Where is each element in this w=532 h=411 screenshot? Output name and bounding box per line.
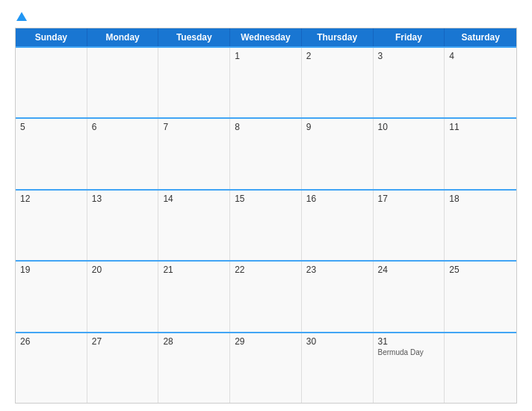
cal-cell: 11 [445, 119, 516, 188]
day-header-friday: Friday [374, 28, 445, 46]
day-number: 26 [20, 336, 82, 347]
day-header-tuesday: Tuesday [158, 28, 230, 46]
day-number: 16 [306, 194, 368, 204]
cal-cell: 22 [230, 262, 302, 331]
cal-cell: 16 [302, 191, 374, 260]
day-number: 2 [306, 51, 368, 61]
cal-cell: 19 [16, 262, 87, 331]
cal-cell: 4 [445, 48, 516, 117]
day-number: 25 [449, 265, 512, 275]
cal-cell: 6 [87, 119, 159, 188]
calendar-header-row: SundayMondayTuesdayWednesdayThursdayFrid… [16, 28, 516, 46]
cal-cell: 12 [16, 191, 87, 260]
header [15, 12, 517, 22]
cal-cell: 20 [87, 262, 159, 331]
day-number: 17 [378, 194, 440, 204]
week-row-3: 12131415161718 [16, 189, 516, 260]
day-header-saturday: Saturday [445, 28, 516, 46]
logo-blue-text [15, 12, 27, 22]
logo-triangle-icon [16, 12, 27, 21]
day-number: 31 [378, 336, 440, 347]
week-row-5: 262728293031Bermuda Day [16, 332, 516, 403]
day-number: 15 [235, 194, 297, 204]
day-number: 4 [449, 51, 512, 61]
cal-cell: 3 [374, 48, 445, 117]
day-number: 22 [235, 265, 297, 275]
cal-cell: 10 [374, 119, 445, 188]
day-number: 1 [235, 51, 297, 61]
day-number: 7 [163, 122, 225, 132]
cal-cell: 24 [374, 262, 445, 331]
cal-cell: 23 [302, 262, 374, 331]
cal-cell: 9 [302, 119, 374, 188]
cal-cell [87, 48, 159, 117]
day-number: 28 [163, 336, 225, 347]
week-row-2: 567891011 [16, 117, 516, 188]
day-number: 8 [235, 122, 297, 132]
cal-cell: 14 [158, 191, 230, 260]
day-number: 24 [378, 265, 440, 275]
cal-cell: 2 [302, 48, 374, 117]
cal-cell: 17 [374, 191, 445, 260]
day-number: 11 [449, 122, 512, 132]
day-header-thursday: Thursday [302, 28, 374, 46]
cal-cell [16, 48, 87, 117]
day-number: 27 [92, 336, 154, 347]
cal-cell: 15 [230, 191, 302, 260]
day-number: 13 [92, 194, 154, 204]
day-number: 9 [306, 122, 368, 132]
day-number: 18 [449, 194, 512, 204]
cal-cell: 1 [230, 48, 302, 117]
day-number: 29 [235, 336, 297, 347]
cal-cell: 5 [16, 119, 87, 188]
day-number: 12 [20, 194, 82, 204]
cal-cell [158, 48, 230, 117]
cal-cell: 25 [445, 262, 516, 331]
holiday-label: Bermuda Day [378, 348, 440, 356]
day-header-wednesday: Wednesday [230, 28, 302, 46]
day-number: 14 [163, 194, 225, 204]
cal-cell: 21 [158, 262, 230, 331]
day-number: 10 [378, 122, 440, 132]
day-number: 3 [378, 51, 440, 61]
cal-cell: 29 [230, 333, 302, 403]
cal-cell: 30 [302, 333, 374, 403]
cal-cell: 13 [87, 191, 159, 260]
day-header-sunday: Sunday [16, 28, 87, 46]
week-row-1: 1234 [16, 46, 516, 117]
day-number: 20 [92, 265, 154, 275]
cal-cell [445, 333, 516, 403]
cal-cell: 27 [87, 333, 159, 403]
cal-cell: 8 [230, 119, 302, 188]
cal-cell: 31Bermuda Day [374, 333, 445, 403]
day-header-monday: Monday [87, 28, 159, 46]
cal-cell: 7 [158, 119, 230, 188]
calendar-grid: SundayMondayTuesdayWednesdayThursdayFrid… [15, 28, 517, 404]
cal-cell: 18 [445, 191, 516, 260]
day-number: 5 [20, 122, 82, 132]
day-number: 6 [92, 122, 154, 132]
week-row-4: 19202122232425 [16, 260, 516, 331]
logo [15, 12, 27, 22]
day-number: 21 [163, 265, 225, 275]
day-number: 30 [306, 336, 368, 347]
cal-cell: 28 [158, 333, 230, 403]
page: SundayMondayTuesdayWednesdayThursdayFrid… [0, 0, 532, 411]
calendar-body: 1234567891011121314151617181920212223242… [16, 46, 516, 403]
cal-cell: 26 [16, 333, 87, 403]
day-number: 23 [306, 265, 368, 275]
day-number: 19 [20, 265, 82, 275]
